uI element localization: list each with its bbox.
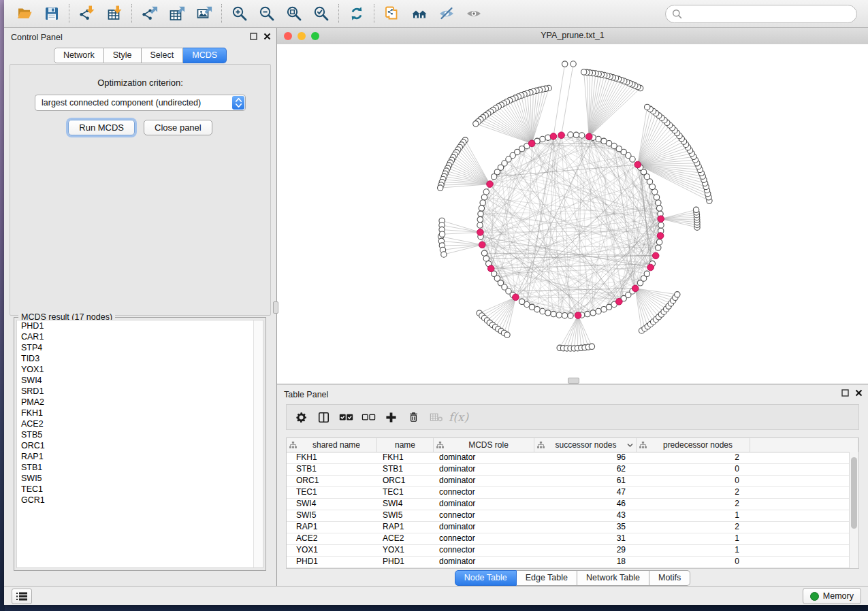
table-row[interactable]: YOX1YOX1connector291 bbox=[287, 545, 858, 557]
table-row[interactable]: STB1STB1dominator620 bbox=[287, 464, 858, 476]
tab-network[interactable]: Network bbox=[54, 48, 104, 63]
toolbar-separator bbox=[221, 4, 223, 23]
control-panel-title: Control Panel bbox=[11, 33, 63, 42]
criterion-dropdown[interactable]: largest connected component (undirected) bbox=[35, 95, 246, 111]
vertical-splitter-handle[interactable] bbox=[273, 301, 278, 314]
duplicate-network-icon[interactable] bbox=[379, 3, 406, 24]
tab-select[interactable]: Select bbox=[142, 48, 184, 63]
table-cell: 96 bbox=[534, 452, 637, 463]
export-table-icon[interactable] bbox=[163, 3, 191, 24]
add-row-icon[interactable] bbox=[383, 409, 400, 426]
tab-edge-table[interactable]: Edge Table bbox=[517, 570, 577, 586]
close-panel-button[interactable]: Close panel bbox=[144, 120, 212, 135]
show-columns-icon[interactable] bbox=[315, 409, 332, 426]
search-input[interactable] bbox=[682, 8, 856, 19]
table-cell: 31 bbox=[534, 533, 637, 544]
run-mcds-button[interactable]: Run MCDS bbox=[68, 120, 135, 135]
table-row[interactable]: RAP1RAP1dominator352 bbox=[287, 522, 858, 533]
table-row[interactable]: SWI5SWI5connector431 bbox=[287, 510, 858, 522]
import-network-icon[interactable] bbox=[74, 3, 101, 24]
table-row[interactable]: ACE2ACE2connector311 bbox=[287, 533, 858, 545]
control-panel: Control Panel NetworkStyleSelectMCDS Opt… bbox=[4, 28, 277, 587]
export-image-icon[interactable] bbox=[191, 3, 218, 24]
mcds-result-item[interactable]: FKH1 bbox=[17, 408, 263, 418]
mcds-result-item[interactable]: ORC1 bbox=[17, 440, 263, 451]
tab-mcds[interactable]: MCDS bbox=[183, 48, 227, 63]
mcds-result-item[interactable]: STB1 bbox=[17, 462, 263, 473]
column-header-successor-nodes[interactable]: successor nodes bbox=[534, 438, 637, 452]
mcds-result-group: MCDS result (17 nodes) PHD1CAR1STP4TID3Y… bbox=[14, 317, 266, 571]
show-hidden-icon[interactable] bbox=[460, 3, 487, 24]
hide-selected-icon[interactable] bbox=[433, 3, 460, 24]
search-box[interactable] bbox=[665, 5, 857, 23]
save-icon[interactable] bbox=[38, 3, 65, 24]
select-all-icon[interactable] bbox=[338, 409, 355, 426]
table-cell: STB1 bbox=[287, 464, 377, 475]
zoom-selected-icon[interactable] bbox=[308, 3, 335, 24]
table-cell: 2 bbox=[637, 522, 750, 533]
mcds-result-item[interactable]: GCR1 bbox=[17, 495, 263, 506]
refresh-icon[interactable] bbox=[343, 3, 370, 24]
status-menu-button[interactable] bbox=[12, 589, 32, 604]
network-canvas[interactable] bbox=[277, 44, 868, 383]
tab-motifs[interactable]: Motifs bbox=[649, 570, 690, 586]
mcds-result-item[interactable]: STP4 bbox=[17, 342, 263, 353]
mcds-result-list[interactable]: PHD1CAR1STP4TID3YOX1SWI4SRD1PMA2FKH1ACE2… bbox=[16, 320, 263, 568]
table-row[interactable]: PHD1PHD1dominator180 bbox=[287, 557, 858, 568]
mcds-result-item[interactable]: YOX1 bbox=[17, 364, 263, 375]
tab-node-table[interactable]: Node Table bbox=[455, 570, 517, 586]
column-header-name[interactable]: name bbox=[377, 438, 434, 452]
export-network-icon[interactable] bbox=[136, 3, 163, 24]
column-header-MCDS-role[interactable]: MCDS role bbox=[434, 438, 534, 452]
mcds-result-item[interactable]: PMA2 bbox=[17, 397, 263, 408]
delete-row-icon[interactable] bbox=[405, 409, 422, 426]
mcds-result-item[interactable]: STB5 bbox=[17, 429, 263, 440]
table-cell: YOX1 bbox=[377, 545, 434, 556]
table-cell: dominator bbox=[434, 499, 534, 510]
deselect-all-icon[interactable] bbox=[360, 409, 377, 426]
mcds-result-item[interactable]: PHD1 bbox=[17, 320, 263, 331]
zoom-out-icon[interactable] bbox=[253, 3, 280, 24]
table-cell: 1 bbox=[637, 533, 750, 544]
table-cell: dominator bbox=[434, 452, 534, 463]
zoom-fit-icon[interactable] bbox=[280, 3, 308, 24]
mcds-result-item[interactable]: TEC1 bbox=[17, 484, 263, 495]
mcds-result-item[interactable]: TID3 bbox=[17, 353, 263, 364]
memory-button-label: Memory bbox=[823, 591, 854, 601]
network-titlebar[interactable]: YPA_prune.txt_1 bbox=[277, 28, 868, 45]
table-row[interactable]: SWI4SWI4dominator462 bbox=[287, 499, 858, 510]
mcds-result-item[interactable]: CAR1 bbox=[17, 331, 263, 342]
table-scrollbar-thumb[interactable] bbox=[851, 457, 857, 529]
horizontal-splitter-handle[interactable] bbox=[568, 378, 579, 384]
table-row[interactable]: ORC1ORC1dominator610 bbox=[287, 476, 858, 487]
list-menu-icon bbox=[16, 592, 27, 601]
tab-style[interactable]: Style bbox=[104, 48, 142, 63]
zoom-in-icon[interactable] bbox=[226, 3, 253, 24]
tab-network-table[interactable]: Network Table bbox=[577, 570, 649, 586]
table-cell: SWI4 bbox=[287, 499, 377, 510]
table-cell: 0 bbox=[637, 464, 750, 475]
table-cell: dominator bbox=[434, 476, 534, 486]
table-row[interactable]: FKH1FKH1dominator962 bbox=[287, 452, 858, 464]
mcds-result-item[interactable]: SWI5 bbox=[17, 473, 263, 484]
column-header-shared-name[interactable]: shared name bbox=[287, 438, 377, 452]
settings-icon[interactable] bbox=[293, 409, 310, 426]
mcds-result-item[interactable]: ACE2 bbox=[17, 418, 263, 429]
import-table-icon[interactable] bbox=[101, 3, 128, 24]
float-panel-icon[interactable] bbox=[250, 33, 257, 40]
column-header-predecessor-nodes[interactable]: predecessor nodes bbox=[637, 438, 750, 452]
table-cell: dominator bbox=[434, 464, 534, 475]
mcds-result-item[interactable]: RAP1 bbox=[17, 451, 263, 462]
table-row[interactable]: TEC1TEC1connector472 bbox=[287, 487, 858, 499]
close-panel-icon[interactable] bbox=[263, 33, 271, 40]
mcds-result-item[interactable]: SWI4 bbox=[17, 375, 263, 386]
table-scrollbar[interactable] bbox=[849, 452, 858, 568]
mcds-result-item[interactable]: SRD1 bbox=[17, 386, 263, 397]
list-scrollbar[interactable] bbox=[253, 320, 263, 567]
open-file-icon[interactable] bbox=[11, 3, 38, 24]
float-table-panel-icon[interactable] bbox=[841, 389, 849, 397]
close-table-panel-icon[interactable] bbox=[855, 389, 863, 397]
first-neighbors-icon[interactable] bbox=[406, 3, 433, 24]
table-cell: RAP1 bbox=[377, 522, 434, 533]
memory-button[interactable]: Memory bbox=[803, 588, 861, 604]
